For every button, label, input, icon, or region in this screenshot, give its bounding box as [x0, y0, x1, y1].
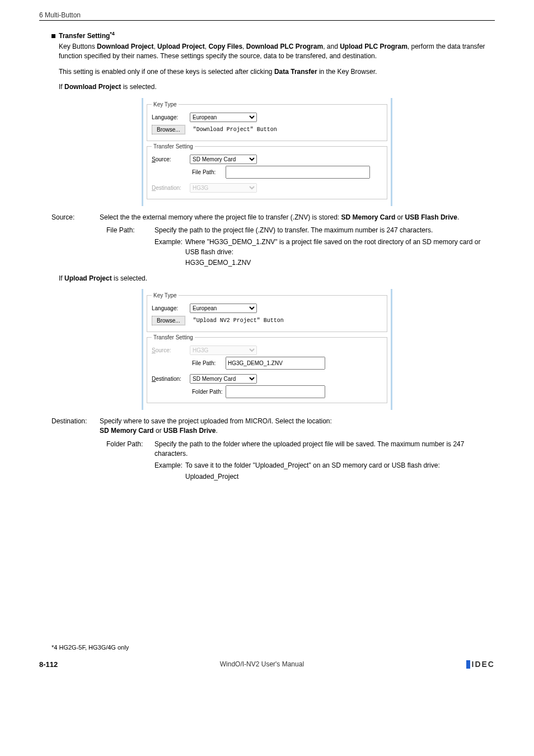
filepath-input[interactable] [226, 166, 370, 179]
folderpath-text: Specify the path to the folder where the… [154, 440, 495, 459]
source-label: Source: [152, 156, 190, 162]
keytype-legend-2: Key Type [152, 292, 179, 298]
browse-button[interactable]: Browse... [152, 125, 185, 134]
download-panel: Key Type Language: European Browse... "D… [142, 98, 392, 206]
destination-label: Destination: [152, 185, 190, 191]
source-select[interactable]: SD Memory Card [190, 155, 257, 164]
example-text: Where "HG3G_DEMO_1.ZNV" is a project fil… [185, 237, 495, 257]
folderpath-label: Folder Path: [192, 389, 226, 395]
bullet-icon [51, 34, 55, 38]
filepath-input-2[interactable] [226, 357, 325, 370]
if-download-label: If Download Project is selected. [59, 82, 495, 92]
language-select-2[interactable]: European [190, 304, 257, 313]
filepath-term: File Path: [106, 226, 154, 235]
transfer-legend: Transfer Setting [152, 143, 195, 150]
filepath-text: Specify the path to the project file (.Z… [154, 226, 495, 235]
source-select-2: HG3G [190, 346, 257, 355]
transfer-legend-2: Transfer Setting [152, 334, 195, 340]
keytype-group-2: Key Type Language: European Browse... "U… [147, 292, 387, 332]
footnote: *4 HG2G-5F, HG3G/4G only [39, 644, 495, 651]
destination-text: Specify where to save the project upload… [100, 417, 495, 436]
upload-panel: Key Type Language: European Browse... "U… [142, 289, 392, 410]
source-text: Select the the external memory where the… [100, 213, 495, 222]
button-desc: "Download Project" Button [193, 127, 277, 133]
folderpath-input[interactable] [226, 385, 325, 398]
keytype-group: Key Type Language: European Browse... "D… [147, 101, 387, 141]
manual-title: WindO/I-NV2 User's Manual [220, 660, 304, 668]
example-term: Example: [154, 237, 185, 257]
language-select[interactable]: European [190, 113, 257, 122]
language-label: Language: [152, 114, 190, 120]
example2-text: To save it to the folder "Uploaded_Proje… [185, 461, 495, 470]
example2-value: Uploaded_Project [39, 472, 495, 482]
button-desc-2: "Upload NV2 Project" Button [193, 318, 284, 324]
destination-select: HG3G [190, 183, 257, 193]
transfer-group: Transfer Setting Source: SD Memory Card … [147, 143, 387, 199]
section-title: Transfer Setting*4 [59, 31, 115, 40]
source-label-2: Source: [152, 347, 190, 353]
browse-button-2[interactable]: Browse... [152, 316, 185, 325]
paragraph-2: This setting is enabled only if one of t… [59, 67, 495, 77]
logo-bar-icon [466, 660, 470, 669]
filepath-label: File Path: [192, 169, 226, 175]
language-label-2: Language: [152, 305, 190, 311]
example-value: HG3G_DEMO_1.ZNV [39, 258, 495, 268]
keytype-legend: Key Type [152, 101, 179, 108]
destination-term: Destination: [51, 417, 100, 436]
filepath-label-2: File Path: [192, 360, 226, 366]
destination-select-2[interactable]: SD Memory Card [190, 374, 257, 384]
page-header: 6 Multi-Button [39, 11, 495, 21]
destination-label-2: Destination: [152, 376, 190, 382]
example2-term: Example: [154, 461, 185, 470]
source-term: Source: [51, 213, 100, 222]
logo: IDEC [466, 660, 495, 669]
page-number: 8-112 [39, 660, 58, 669]
if-upload-label: If Upload Project is selected. [59, 274, 495, 283]
paragraph-1: Key Buttons Download Project, Upload Pro… [59, 42, 495, 62]
folderpath-term: Folder Path: [106, 440, 154, 459]
transfer-group-2: Transfer Setting Source: HG3G File Path:… [147, 334, 387, 403]
